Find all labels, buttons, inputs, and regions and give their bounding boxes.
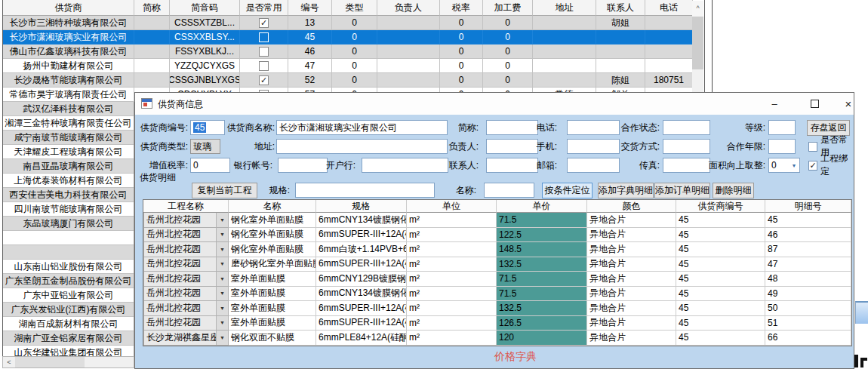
detail-cell[interactable]: 岳州北控花园▼ bbox=[143, 301, 229, 316]
common-checkbox[interactable] bbox=[259, 61, 269, 71]
supplier-list-item[interactable]: 湘潭三金特种玻璃有限责任公司 bbox=[3, 116, 134, 131]
detail-cell[interactable]: m² bbox=[407, 228, 497, 243]
cell-tax[interactable]: 0 bbox=[440, 16, 483, 30]
column-header-1[interactable]: 供货商 bbox=[3, 0, 134, 16]
detail-cell[interactable]: 钢化室外单面贴膜 bbox=[229, 242, 316, 257]
cell-no[interactable]: 47 bbox=[288, 59, 332, 73]
detail-cell[interactable]: 异地合片 bbox=[587, 331, 676, 346]
cell-code[interactable]: CSSSXTZBL... bbox=[170, 16, 240, 30]
detail-cell[interactable]: 71.5 bbox=[497, 272, 587, 287]
detail-column-header-4[interactable]: 单位 bbox=[407, 200, 497, 213]
column-header-10[interactable]: 地址 bbox=[533, 0, 596, 16]
cell-addr[interactable] bbox=[533, 16, 596, 30]
column-header-6[interactable]: 类型 bbox=[332, 0, 377, 16]
column-header-7[interactable]: 负责人 bbox=[377, 0, 440, 16]
cell-tax[interactable]: 0 bbox=[440, 30, 483, 45]
common-checkbox[interactable] bbox=[259, 32, 269, 42]
detail-cell[interactable]: 120 bbox=[497, 331, 587, 346]
supplier-list-item[interactable]: 天津耀皮工程玻璃有限公司 bbox=[3, 145, 134, 159]
cell-contact[interactable]: 陈姐 bbox=[596, 73, 645, 88]
column-header-5[interactable]: 编号 bbox=[288, 0, 332, 16]
coop-years-field[interactable] bbox=[768, 139, 796, 154]
dialog-titlebar[interactable]: 供货商信息 – × bbox=[135, 93, 854, 115]
dropdown-icon[interactable]: ▼ bbox=[216, 287, 228, 301]
cell-common[interactable] bbox=[240, 30, 288, 45]
supplier-row[interactable]: 扬州中勤建材有限公司YZZQJCYXGS47000 bbox=[3, 59, 704, 73]
address-field[interactable] bbox=[276, 139, 448, 154]
detail-cell[interactable]: 45 bbox=[676, 213, 765, 228]
detail-cell[interactable]: 45 bbox=[676, 331, 765, 346]
detail-cell[interactable]: 异地合片 bbox=[587, 272, 676, 287]
detail-cell[interactable]: 异地合片 bbox=[587, 316, 676, 331]
detail-column-header-2[interactable]: 名称 bbox=[229, 200, 316, 213]
detail-cell[interactable]: 87 bbox=[765, 242, 851, 257]
supplier-row[interactable]: 佛山市亿鑫玻璃科技有限公司FSSYXBLKJ...46000 bbox=[3, 45, 704, 59]
cell-type[interactable]: 0 bbox=[332, 59, 377, 73]
cell-tax[interactable]: 0 bbox=[440, 59, 483, 73]
cell-tax[interactable]: 0 bbox=[440, 45, 483, 59]
cell-fee[interactable]: 0 bbox=[483, 16, 533, 30]
common-checkbox[interactable]: ✓ bbox=[259, 75, 269, 85]
detail-cell[interactable]: 6mmSUPER-III+12A(硅... bbox=[316, 301, 407, 316]
detail-cell[interactable]: 51 bbox=[765, 316, 851, 331]
supplier-list-item[interactable]: 东晶玻璃厦门有限公司 bbox=[3, 217, 134, 231]
detail-cell[interactable]: 异地合片 bbox=[587, 287, 676, 302]
scrollbar-thumb[interactable] bbox=[15, 357, 85, 367]
dropdown-icon[interactable]: ▼ bbox=[216, 316, 228, 331]
detail-cell[interactable]: 66 bbox=[765, 331, 851, 346]
horizontal-scrollbar[interactable]: < bbox=[2, 356, 134, 368]
detail-cell[interactable]: 钢化室外单面贴膜 bbox=[229, 213, 316, 228]
cell-addr[interactable] bbox=[533, 59, 596, 73]
cell-contact[interactable] bbox=[596, 30, 645, 45]
detail-cell[interactable]: m² bbox=[407, 331, 497, 346]
detail-cell[interactable]: 45 bbox=[765, 213, 851, 228]
cell-fee[interactable]: 0 bbox=[483, 59, 533, 73]
cell-name[interactable]: 扬州中勤建材有限公司 bbox=[3, 59, 134, 73]
cell-abbr[interactable] bbox=[134, 45, 170, 59]
checkbox-box[interactable]: ✓ bbox=[808, 161, 817, 171]
grade-field[interactable] bbox=[768, 120, 796, 135]
cell-common[interactable]: ✓ bbox=[240, 73, 288, 88]
cell-abbr[interactable] bbox=[134, 59, 170, 73]
supplier-list-item[interactable]: 广东中亚铝业有限公司 bbox=[3, 288, 134, 303]
detail-cell[interactable]: 异地合片 bbox=[587, 242, 676, 257]
cell-abbr[interactable] bbox=[134, 73, 170, 88]
dropdown-icon[interactable]: ▼ bbox=[216, 228, 228, 242]
supplier-list-item[interactable]: 咸宁南玻节能玻璃有限公司 bbox=[3, 131, 134, 145]
supplier-list-item[interactable]: 上海优泰装饰材料有限公司 bbox=[3, 174, 134, 188]
supplier-list-item[interactable]: 山东华建铝业集团有限公司 bbox=[3, 346, 134, 356]
minimize-icon[interactable]: – bbox=[762, 93, 786, 114]
detail-cell[interactable]: 异地合片 bbox=[587, 257, 676, 272]
cell-fee[interactable]: 0 bbox=[483, 45, 533, 59]
cell-phone[interactable]: 180751 bbox=[645, 73, 693, 88]
area-round-dropdown[interactable]: 0 ▼ bbox=[768, 158, 800, 173]
column-header-2[interactable]: 简称 bbox=[134, 0, 170, 16]
detail-cell[interactable]: 122.5 bbox=[497, 228, 587, 243]
detail-cell[interactable]: 钢化双面不贴膜 bbox=[229, 331, 316, 346]
supplier-list-item[interactable]: 广东坚朗五金制品股份有限公司 bbox=[3, 274, 134, 288]
cell-contact[interactable]: 胡姐 bbox=[596, 16, 645, 30]
supplier-row[interactable]: 长沙晟格节能玻璃有限公司CSSGJNBLYXGS✓52000陈姐180751 bbox=[3, 73, 704, 88]
detail-cell[interactable]: 异地合片 bbox=[587, 213, 676, 228]
detail-column-header-6[interactable]: 颜色 bbox=[587, 200, 676, 213]
detail-cell[interactable]: 126.5 bbox=[497, 316, 587, 331]
cell-name[interactable]: 长沙市三湘特种玻璃有限公司 bbox=[3, 16, 134, 30]
detail-cell[interactable]: 45 bbox=[676, 316, 765, 331]
detail-cell[interactable]: 岳州北控花园▼ bbox=[143, 213, 229, 228]
detail-cell[interactable]: m² bbox=[407, 213, 497, 228]
cell-common[interactable] bbox=[240, 59, 288, 73]
detail-cell[interactable]: 45 bbox=[676, 228, 765, 243]
detail-cell[interactable]: m² bbox=[407, 287, 497, 302]
checkbox-box[interactable] bbox=[808, 142, 817, 152]
dropdown-icon[interactable]: ▼ bbox=[216, 272, 228, 286]
dropdown-icon[interactable]: ▼ bbox=[216, 331, 228, 345]
column-header-9[interactable]: 加工费 bbox=[483, 0, 533, 16]
cell-type[interactable]: 0 bbox=[332, 30, 377, 45]
cell-leader[interactable] bbox=[377, 59, 440, 73]
cell-phone[interactable] bbox=[645, 30, 693, 45]
detail-cell[interactable]: 岳州北控花园▼ bbox=[143, 316, 229, 331]
detail-cell[interactable]: 长沙龙湖祺鑫星座▼ bbox=[143, 331, 229, 346]
detail-cell[interactable]: 47 bbox=[765, 257, 851, 272]
detail-cell[interactable]: 45 bbox=[676, 272, 765, 287]
common-checkbox[interactable] bbox=[259, 47, 269, 57]
